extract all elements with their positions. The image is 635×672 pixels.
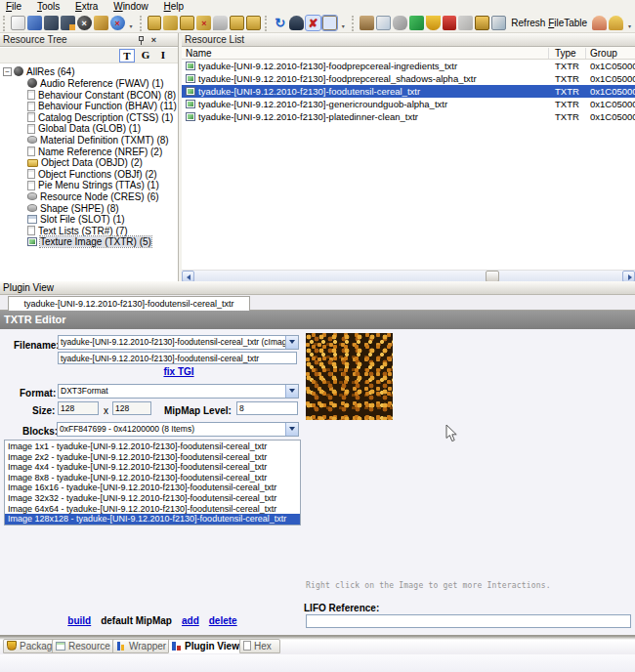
bell-icon[interactable] xyxy=(289,16,304,30)
fix-tgi-link[interactable]: fix TGI xyxy=(146,366,212,377)
mail-delete-icon[interactable]: × xyxy=(196,16,211,30)
refresh-icon[interactable]: ↻ xyxy=(273,16,287,30)
filename-dropdown[interactable]: tyaduke-[UNI-9.12.2010-f2130]-foodutensi… xyxy=(58,335,299,350)
toolbar-grip[interactable] xyxy=(3,16,8,31)
filter-instance-button[interactable]: I xyxy=(155,49,171,63)
column-group[interactable]: Group xyxy=(590,47,617,59)
tree-item-txmt[interactable]: Material Definition (TXMT) (8) xyxy=(0,135,178,147)
tab-wrapper[interactable]: Wrapper xyxy=(112,639,175,653)
tree-root-allres[interactable]: −AllRes (64) xyxy=(0,66,178,78)
list-item[interactable]: Image 32x32 - tyaduke-[UNI-9.12.2010-f21… xyxy=(5,493,300,504)
filter-type-button[interactable]: T xyxy=(119,49,135,63)
preview-icon[interactable] xyxy=(376,16,391,30)
user-yellow-icon[interactable] xyxy=(609,16,623,30)
tree-item-glob[interactable]: Global Data (GLOB) (1) xyxy=(0,123,178,135)
list-item-selected[interactable]: Image 128x128 - tyaduke-[UNI-9.12.2010-f… xyxy=(5,514,300,525)
menu-help[interactable]: Help xyxy=(158,0,191,13)
table-row[interactable]: tyaduke-[UNI-9.12.2010-f2130]-foodprepce… xyxy=(182,72,635,85)
user-red-icon[interactable] xyxy=(592,16,607,30)
filter-group-button[interactable]: G xyxy=(138,49,153,63)
folder-remove-icon[interactable] xyxy=(246,16,261,30)
save-icon[interactable] xyxy=(44,16,59,30)
list-item[interactable]: Image 64x64 - tyaduke-[UNI-9.12.2010-f21… xyxy=(5,504,300,515)
table-row[interactable]: tyaduke-[UNI-9.12.2010-f2130]-genericrou… xyxy=(182,98,635,110)
collapse-icon[interactable]: − xyxy=(3,67,12,76)
workshop-icon[interactable] xyxy=(94,16,108,30)
blocks-dropdown[interactable]: 0xFF847699 - 0x41200000 (8 Items) xyxy=(57,422,299,437)
tab-plugin-view[interactable]: Plugin View xyxy=(168,639,248,653)
refresh-filetable-button[interactable]: Refresh FileTable xyxy=(507,18,591,28)
new-icon[interactable] xyxy=(11,16,25,30)
tree-item-cres[interactable]: Resource Node (CRES) (6) xyxy=(0,191,178,203)
size-width-input[interactable]: 128 xyxy=(58,401,99,415)
texture-preview-image[interactable] xyxy=(306,333,393,420)
tree-item-txtr[interactable]: Texture Image (TXTR) (5) xyxy=(0,236,178,248)
shield-icon[interactable] xyxy=(426,16,441,30)
close-icon[interactable]: × xyxy=(148,35,159,46)
size-height-input[interactable]: 128 xyxy=(112,401,151,415)
menu-extra[interactable]: Extra xyxy=(69,0,105,13)
tree-item-shpe[interactable]: Shape (SHPE) (8) xyxy=(0,203,178,215)
toolbar-overflow-icon[interactable]: ▾ xyxy=(340,18,347,29)
tree-item-fwav[interactable]: Audio Reference (FWAV) (1) xyxy=(0,78,178,90)
tree-item-objd[interactable]: Object Data (OBJD) (2) xyxy=(0,157,178,169)
tree-item-ttas[interactable]: Pie Menu Strings (TTAs) (1) xyxy=(0,180,178,191)
tree-item-bhav[interactable]: Behaviour Function (BHAV) (11) xyxy=(0,101,178,112)
toolbar-overflow-icon[interactable]: ▾ xyxy=(626,18,633,29)
format-dropdown[interactable]: DXT3Format xyxy=(58,384,299,399)
table-row[interactable]: tyaduke-[UNI-9.12.2010-f2130]-foodprepce… xyxy=(182,60,635,72)
tab-resource[interactable]: Resource xyxy=(52,639,119,653)
chevron-down-icon[interactable] xyxy=(285,385,298,398)
toolbar-overflow-icon[interactable]: ▾ xyxy=(128,18,135,29)
list-item[interactable]: Image 1x1 - tyaduke-[UNI-9.12.2010-f2130… xyxy=(5,441,300,452)
tree-item-slot[interactable]: Slot File (SLOT) (1) xyxy=(0,214,178,226)
table-row-selected[interactable]: tyaduke-[UNI-9.12.2010-f2130]-foodutensi… xyxy=(182,85,635,98)
lifo-reference-input[interactable] xyxy=(306,614,631,628)
mipmap-level-input[interactable]: 8 xyxy=(236,401,298,415)
open-resource-icon[interactable] xyxy=(148,16,162,30)
tab-hex[interactable]: Hex xyxy=(239,639,280,653)
tree-item-bcon[interactable]: Behaviour Constant (BCON) (8) xyxy=(0,90,178,102)
save-resource-icon[interactable] xyxy=(163,16,178,30)
delete-link[interactable]: delete xyxy=(209,615,237,626)
globe-delete-icon[interactable]: × xyxy=(110,16,125,30)
list-item[interactable]: Image 4x4 - tyaduke-[UNI-9.12.2010-f2130… xyxy=(5,462,300,473)
folder-clock-icon[interactable] xyxy=(180,16,194,30)
tree-item-ctss[interactable]: Catalog Description (CTSS) (1) xyxy=(0,112,178,124)
toolbar-grip[interactable] xyxy=(140,16,145,31)
menu-window[interactable]: Window xyxy=(107,0,155,13)
list-item[interactable]: Image 16x16 - tyaduke-[UNI-9.12.2010-f21… xyxy=(5,483,300,493)
toolbar-grip[interactable] xyxy=(265,16,270,31)
photo-folder-icon[interactable] xyxy=(475,16,489,30)
tree-item-str[interactable]: Text Lists (STR#) (7) xyxy=(0,226,178,237)
build-link[interactable]: build xyxy=(67,615,91,626)
delete-pencil-icon[interactable]: ✘ xyxy=(306,16,320,30)
chevron-down-icon[interactable] xyxy=(285,336,298,349)
add-link[interactable]: add xyxy=(182,615,199,626)
column-type[interactable]: Type xyxy=(555,47,576,59)
list-item[interactable]: Image 8x8 - tyaduke-[UNI-9.12.2010-f2130… xyxy=(5,473,300,483)
table-row[interactable]: tyaduke-[UNI-9.12.2010-f2130]-platedinne… xyxy=(182,110,635,123)
plugin-tab[interactable]: tyaduke-[UNI-9.12.2010-f2130]-foodutensi… xyxy=(8,296,250,311)
filename-input[interactable]: tyaduke-[UNI-9.12.2010-f2130]-foodutensi… xyxy=(58,352,297,364)
save-as-icon[interactable] xyxy=(61,16,75,30)
pin-icon[interactable] xyxy=(136,35,147,46)
list-item[interactable]: Image 2x2 - tyaduke-[UNI-9.12.2010-f2130… xyxy=(5,452,300,463)
eraser-icon[interactable] xyxy=(322,16,337,30)
open-icon[interactable] xyxy=(27,16,42,30)
column-name[interactable]: Name xyxy=(186,47,212,59)
chevron-down-icon[interactable] xyxy=(285,423,298,436)
tree-item-objf[interactable]: Object Functions (OBJf) (2) xyxy=(0,169,178,181)
horizontal-scrollbar[interactable] xyxy=(182,270,635,281)
box-icon[interactable] xyxy=(360,16,374,30)
link-icon[interactable] xyxy=(393,16,407,30)
puzzle-icon[interactable] xyxy=(409,16,424,30)
toolbar-grip[interactable] xyxy=(352,16,357,31)
menu-tools[interactable]: Tools xyxy=(31,0,66,13)
menu-file[interactable]: File xyxy=(0,0,28,13)
close-icon[interactable]: × xyxy=(77,16,92,30)
comment-icon[interactable] xyxy=(213,16,228,30)
tree-item-nref[interactable]: Name Reference (NREF) (2) xyxy=(0,147,178,158)
thumbnail-icon[interactable] xyxy=(491,16,506,30)
wrench-icon[interactable] xyxy=(458,16,473,30)
